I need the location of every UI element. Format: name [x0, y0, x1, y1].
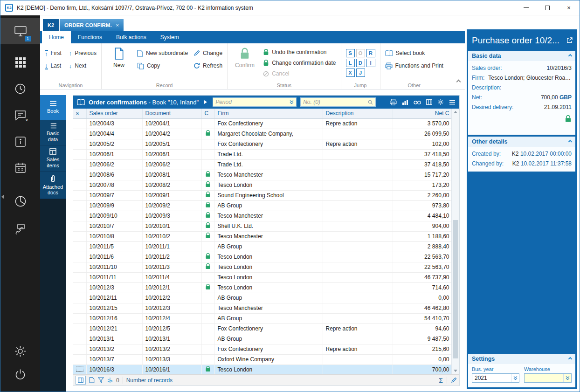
- new-subordinate-button[interactable]: New subordinate: [137, 49, 188, 57]
- table-row[interactable]: 10/2005/210/2005/1Fox ConfectioneryRepre…: [73, 139, 451, 149]
- vertical-scrollbar[interactable]: [451, 109, 459, 374]
- settings-combo[interactable]: 2021: [472, 373, 519, 383]
- table-row[interactable]: 10/2012/1510/2012/3Tesco Manchester46 46…: [73, 303, 451, 313]
- table-row[interactable]: 10/2016/310/2016/1Tesco London700,00: [73, 364, 451, 374]
- sidebar-item-recent[interactable]: [0, 77, 40, 100]
- grid-menu-button[interactable]: [449, 100, 456, 105]
- section-settings[interactable]: Settings: [468, 354, 575, 364]
- tab-k2-home[interactable]: K2: [43, 19, 59, 31]
- grid-settings-button[interactable]: [437, 99, 444, 105]
- sidebar-item-power[interactable]: [0, 363, 40, 386]
- section-other-details[interactable]: Other details: [468, 137, 575, 147]
- scrollbar-thumb[interactable]: [453, 220, 458, 358]
- sidebar-item-settings[interactable]: [0, 339, 40, 363]
- section-basic-data[interactable]: Basic data: [468, 51, 575, 61]
- table-row[interactable]: 10/2012/1110/2012/2AB Group0,00: [73, 293, 451, 303]
- tab-basic-data[interactable]: Basic data: [40, 120, 66, 145]
- undo-confirmation-button[interactable]: Undo the confirmation: [263, 48, 336, 56]
- sidebar-item-info[interactable]: [0, 130, 40, 153]
- table-row[interactable]: 10/2009/910/2009/2AB Group973,80: [73, 200, 451, 211]
- table-row[interactable]: 10/2013/110/2013/1AB Group9 487,50: [73, 334, 451, 344]
- tab-order-confirm[interactable]: ORDER CONFIRM. ×: [60, 19, 124, 31]
- col-header-firm[interactable]: Firm: [214, 109, 323, 118]
- number-search-input[interactable]: No. (0): [300, 97, 376, 107]
- browse-view-toggle[interactable]: [76, 376, 86, 385]
- sidebar-item-calendar[interactable]: [0, 156, 40, 179]
- change-button[interactable]: Change: [193, 49, 222, 57]
- table-row[interactable]: 10/2011/1110/2011/4Tesco London46 737,90: [73, 272, 451, 282]
- collapse-ribbon-button[interactable]: [457, 77, 460, 85]
- sum-button[interactable]: Σ: [439, 377, 443, 384]
- select-book-button[interactable]: Select book: [385, 49, 443, 57]
- chart-button[interactable]: [402, 99, 408, 105]
- open-in-window-icon[interactable]: [566, 37, 573, 45]
- tab-close-icon[interactable]: ×: [116, 22, 119, 28]
- table-row[interactable]: 10/2010/810/2010/2Tesco Manchester1 188,…: [73, 231, 451, 241]
- filter-star-icon[interactable]: [107, 378, 113, 383]
- tab-attached-docs[interactable]: Attached docs: [40, 172, 66, 199]
- ribbon-tab-functions[interactable]: Functions: [71, 31, 109, 43]
- settings-combo[interactable]: [524, 373, 572, 383]
- period-filter[interactable]: Period: [213, 97, 297, 107]
- col-header-confirmed[interactable]: C: [201, 109, 214, 118]
- new-button[interactable]: New: [106, 45, 131, 82]
- table-row[interactable]: 10/2012/1610/2012/4AB Group54 410,70: [73, 313, 451, 323]
- table-row[interactable]: 10/2007/810/2008/2Tesco London173,20: [73, 180, 451, 190]
- columns-button[interactable]: [426, 99, 432, 105]
- filter-button[interactable]: [98, 377, 104, 383]
- close-button[interactable]: ×: [558, 0, 580, 15]
- jump-o-button[interactable]: O: [356, 49, 365, 57]
- search-binoculars-button[interactable]: [414, 99, 421, 105]
- maximize-button[interactable]: [537, 0, 558, 15]
- sidebar-item-modules[interactable]: [0, 51, 40, 74]
- last-button[interactable]: ↓Last: [45, 62, 62, 70]
- cancel-button[interactable]: Cancel: [263, 69, 336, 78]
- table-row[interactable]: 10/2012/2110/2012/5Fox ConfectioneryRepr…: [73, 323, 451, 334]
- table-row[interactable]: 10/2006/210/2006/2Trade Ltd.37 418,50: [73, 159, 451, 170]
- table-row[interactable]: 10/2013/210/2013/2Fox ConfectioneryRepre…: [73, 344, 451, 354]
- col-header-sales-order[interactable]: Sales order: [86, 109, 142, 118]
- form-view-toggle[interactable]: [89, 377, 95, 383]
- edit-button[interactable]: [451, 377, 457, 383]
- sidebar-item-desktops[interactable]: 1: [0, 18, 40, 44]
- tab-book[interactable]: Book: [40, 95, 66, 120]
- jump-i-button[interactable]: I: [366, 59, 375, 67]
- minimize-button[interactable]: [515, 0, 537, 15]
- table-row[interactable]: 10/2008/610/2008/1Tesco Manchester15 717…: [73, 170, 451, 180]
- jump-r-button[interactable]: R: [366, 49, 375, 57]
- scroll-up-icon[interactable]: [452, 109, 459, 116]
- sidebar-item-phone[interactable]: [0, 218, 40, 241]
- sidebar-item-reports[interactable]: [0, 190, 40, 213]
- jump-j-button[interactable]: J: [356, 69, 365, 77]
- table-row[interactable]: 10/2006/110/2006/1Trade Ltd.37 418,50: [73, 149, 451, 159]
- table-row[interactable]: 10/2009/1010/2009/3Tesco Manchester4 484…: [73, 211, 451, 221]
- first-button[interactable]: ↑First: [45, 49, 62, 57]
- table-row[interactable]: 10/2011/610/2011/2Tesco London22 563,70: [73, 252, 451, 262]
- next-button[interactable]: ↓Next: [69, 62, 97, 70]
- collapse-sidebar-handle[interactable]: [0, 191, 5, 203]
- table-row[interactable]: 10/2004/310/2004/1Fox ConfectioneryRepre…: [73, 118, 451, 129]
- print-button[interactable]: [390, 99, 397, 105]
- refresh-button[interactable]: Refresh: [193, 62, 222, 70]
- table-row[interactable]: 10/2012/310/2012/1Tesco London714,60: [73, 282, 451, 293]
- confirm-button[interactable]: Confirm: [232, 45, 257, 82]
- table-row[interactable]: 10/2013/710/2013/3Oxford Wine Company0,0…: [73, 354, 451, 364]
- table-row[interactable]: 10/2004/410/2004/2Margaret Chocolate Com…: [73, 129, 451, 139]
- jump-s-button[interactable]: S: [346, 49, 355, 57]
- col-header-document[interactable]: Document: [142, 109, 201, 118]
- ribbon-tab-home[interactable]: Home: [42, 31, 71, 43]
- jump-d-button[interactable]: D: [356, 59, 365, 67]
- jump-l-button[interactable]: L: [346, 59, 355, 67]
- previous-button[interactable]: ↑Previous: [69, 49, 97, 57]
- change-confirmation-date-button[interactable]: Change confirmation date: [263, 59, 336, 67]
- scroll-down-icon[interactable]: [452, 367, 459, 374]
- table-row[interactable]: 10/2010/710/2010/1Shell U.K. Ltd.904,00: [73, 221, 451, 231]
- jump-x-button[interactable]: X: [346, 69, 355, 77]
- functions-and-print-button[interactable]: Functions and Print: [385, 62, 443, 70]
- col-header-net[interactable]: Net C: [393, 109, 451, 118]
- sidebar-item-messages[interactable]: ×: [0, 104, 40, 127]
- col-header-state[interactable]: s: [73, 109, 86, 118]
- ribbon-tab-system[interactable]: System: [153, 31, 186, 43]
- table-row[interactable]: 10/2011/510/2011/1AB Group2 888,40: [73, 241, 451, 252]
- book-dropdown-caret[interactable]: [204, 100, 207, 104]
